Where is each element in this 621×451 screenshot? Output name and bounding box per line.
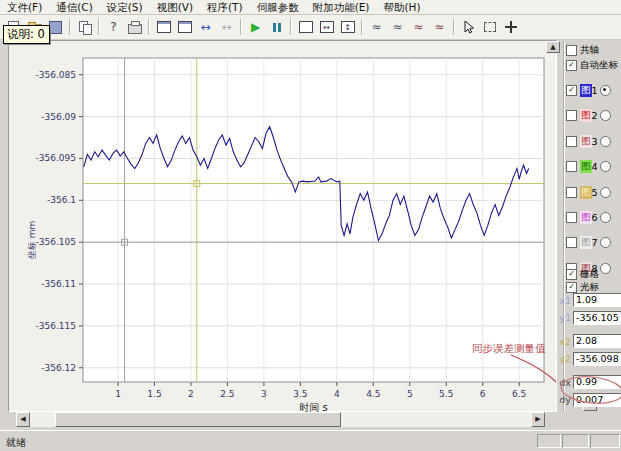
zoom-horizontal-icon[interactable]: ↔ xyxy=(317,18,336,37)
menu-item-7[interactable]: 帮助(H) xyxy=(376,0,427,14)
pause-icon[interactable] xyxy=(267,18,286,37)
plot-7-number: 7 xyxy=(592,237,598,248)
share-axis-checkbox[interactable] xyxy=(566,45,577,56)
plot-8-radio[interactable] xyxy=(600,263,611,274)
plot-3-checkbox[interactable] xyxy=(566,136,577,147)
status-cell xyxy=(590,434,620,448)
menu-item-1[interactable]: 通信(C) xyxy=(49,0,100,14)
plot-4-option[interactable]: 图4 xyxy=(566,160,611,173)
plot-1-checkbox[interactable]: ✓ xyxy=(566,85,577,96)
scroll-right-button[interactable]: ▶ xyxy=(531,412,545,427)
svg-text:-356.09: -356.09 xyxy=(41,112,76,122)
plot-5-checkbox[interactable] xyxy=(566,187,577,198)
y1-input[interactable]: -356.105 xyxy=(573,311,621,325)
dy-input[interactable]: 0.007 xyxy=(573,393,621,407)
svg-text:5: 5 xyxy=(407,389,413,399)
chart-area[interactable]: 11.522.533.544.555.566.5-356.085-356.09-… xyxy=(8,40,557,412)
x1-field-row: x11.09 xyxy=(558,293,621,307)
plot-5-radio[interactable] xyxy=(600,187,611,198)
grid-checkbox[interactable]: ✓ xyxy=(566,269,577,280)
plot-6-radio[interactable] xyxy=(600,212,611,223)
svg-text:2.5: 2.5 xyxy=(220,389,234,399)
menu-item-3[interactable]: 视图(V) xyxy=(150,0,200,14)
auto-coord-label: 自动坐标 xyxy=(580,59,618,72)
plot-3-radio[interactable] xyxy=(600,136,611,147)
plot-1-radio[interactable] xyxy=(600,85,611,96)
svg-text:4.5: 4.5 xyxy=(366,389,380,399)
plot-6-checkbox[interactable] xyxy=(566,212,577,223)
plot-3-number: 3 xyxy=(592,136,598,147)
expand-horizontal-icon[interactable]: ↔ xyxy=(196,18,215,37)
plot-7-checkbox[interactable] xyxy=(566,237,577,248)
horizontal-scrollbar[interactable]: ◀ ▶ xyxy=(16,412,545,427)
pan-icon[interactable] xyxy=(501,18,520,37)
svg-text:5.5: 5.5 xyxy=(439,389,453,399)
plot-1-number: 1 xyxy=(592,85,598,96)
plot-7-radio[interactable] xyxy=(600,237,611,248)
dy-label: dy xyxy=(558,394,571,405)
plot-6-option[interactable]: 图6 xyxy=(566,211,611,224)
svg-text:-356.11: -356.11 xyxy=(41,279,76,289)
plot-2-radio[interactable] xyxy=(600,110,611,121)
dx-input[interactable]: 0.99 xyxy=(573,375,621,389)
wave-measure-2-icon[interactable]: ≈ xyxy=(388,18,407,37)
menu-item-0[interactable]: 文件(F) xyxy=(0,0,49,14)
y2-input[interactable]: -356.098 xyxy=(573,352,621,366)
plot-4-checkbox[interactable] xyxy=(566,161,577,172)
help-icon[interactable]: ? xyxy=(104,18,123,37)
x2-input[interactable]: 2.08 xyxy=(573,334,621,348)
plot-3-color-swatch: 图 xyxy=(580,135,592,148)
auto-coord-checkbox[interactable]: ✓ xyxy=(566,60,577,71)
status-cell xyxy=(537,434,561,448)
svg-text:4: 4 xyxy=(334,389,340,399)
grid-label: 栅格 xyxy=(580,268,599,281)
toolbar-separator xyxy=(98,19,100,35)
plot-2-option[interactable]: 图2 xyxy=(566,109,611,122)
plot-3-option[interactable]: 图3 xyxy=(566,135,611,148)
chart-plot[interactable]: 11.522.533.544.555.566.5-356.085-356.09-… xyxy=(9,41,558,413)
plot-2-checkbox[interactable] xyxy=(566,110,577,121)
plot-6-number: 6 xyxy=(592,212,598,223)
collapse-horizontal-icon[interactable]: ↔ xyxy=(217,18,236,37)
copy-icon[interactable] xyxy=(75,18,94,37)
x1-input[interactable]: 1.09 xyxy=(573,293,621,307)
start-icon[interactable]: ▶ xyxy=(246,18,265,37)
grid-option[interactable]: ✓栅格 xyxy=(566,268,599,281)
pointer-icon[interactable] xyxy=(459,18,478,37)
child-window-icon[interactable] xyxy=(154,18,173,37)
toolbar: ?↔↔▶↔↕≈≈≈≈ xyxy=(0,15,621,40)
plot-2-number: 2 xyxy=(592,110,598,121)
plot-7-color-swatch: 图 xyxy=(580,236,592,249)
zoom-vertical-icon[interactable]: ↕ xyxy=(338,18,357,37)
menu-item-6[interactable]: 附加功能(E) xyxy=(306,0,377,14)
tile-window-icon[interactable] xyxy=(175,18,194,37)
y1-field-row: y1-356.105 xyxy=(558,311,621,325)
menu-item-4[interactable]: 程序(T) xyxy=(200,0,250,14)
plot-1-option[interactable]: ✓图1 xyxy=(566,84,611,97)
plot-4-radio[interactable] xyxy=(600,161,611,172)
settings-panel: 共轴✓自动坐标✓图1图2图3图4图5图6图7图8✓栅格✓光标x11.09y1-3… xyxy=(558,40,621,430)
menu-item-2[interactable]: 设定(S) xyxy=(100,0,150,14)
svg-text:3: 3 xyxy=(261,389,267,399)
plot-5-option[interactable]: 图5 xyxy=(566,186,611,199)
plot-7-option[interactable]: 图7 xyxy=(566,236,611,249)
wave-measure-1-icon[interactable]: ≈ xyxy=(367,18,386,37)
select-region-icon[interactable] xyxy=(480,18,499,37)
wave-shift-up-icon[interactable]: ≈ xyxy=(409,18,428,37)
scroll-left-button[interactable]: ◀ xyxy=(16,412,30,427)
menu-item-5[interactable]: 伺服参数 xyxy=(250,0,306,14)
auto-coord-option[interactable]: ✓自动坐标 xyxy=(566,59,618,72)
print-icon[interactable] xyxy=(125,18,144,37)
svg-text:2: 2 xyxy=(188,389,194,399)
cursor-checkbox[interactable]: ✓ xyxy=(566,282,577,293)
share-axis-option[interactable]: 共轴 xyxy=(566,44,599,57)
status-bar: 就绪 xyxy=(0,430,621,451)
svg-text:-356.105: -356.105 xyxy=(36,237,76,247)
scrollbar-thumb[interactable] xyxy=(55,412,341,427)
status-text: 就绪 xyxy=(6,436,26,450)
zoom-fit-icon[interactable] xyxy=(296,18,315,37)
wave-shift-down-icon[interactable]: ≈ xyxy=(430,18,449,37)
menu-bar: 文件(F)通信(C)设定(S)视图(V)程序(T)伺服参数附加功能(E)帮助(H… xyxy=(0,0,621,15)
dx-field-row: dx0.99 xyxy=(558,375,621,389)
svg-text:-356.1: -356.1 xyxy=(47,195,76,205)
